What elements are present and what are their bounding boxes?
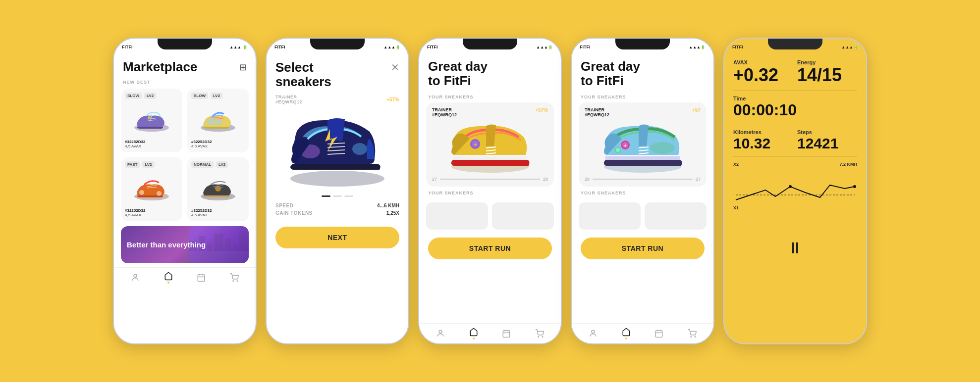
sneakers-grid: SLOW LV2	[114, 89, 256, 221]
featured-row-3: TRAINER #EQWRQ12 +57%	[432, 107, 548, 117]
svg-rect-24	[239, 231, 246, 251]
brand-1: FITFI	[122, 45, 133, 49]
phone-4-content: Great dayto FitFi YOUR SNEAKERS TRAINER …	[572, 52, 713, 343]
run-chart	[733, 168, 857, 207]
nav-home-1[interactable]	[164, 272, 173, 284]
svg-rect-47	[503, 331, 510, 337]
shoe-svg-2	[198, 107, 238, 134]
svg-text:★: ★	[474, 143, 477, 147]
nav-calendar-1[interactable]	[197, 273, 206, 282]
phone-3-content: Great dayto FitFi YOUR SNEAKERS TRAINER …	[419, 52, 561, 343]
svg-point-9	[139, 190, 144, 195]
sneaker-price-3: 4,5 AVAX	[125, 213, 141, 217]
featured-card-4[interactable]: TRAINER #EQWRQ12 +57	[579, 102, 707, 187]
big-shoe-svg	[283, 109, 392, 189]
svg-point-72	[853, 185, 856, 188]
sneaker-slot-4b[interactable]	[645, 202, 707, 230]
phone-1-content: Marketplace ⊞ NEW BEST SLOW LV2	[114, 52, 256, 343]
featured-boost-4: +57	[692, 107, 701, 113]
brand-4: FITFI	[580, 45, 591, 49]
trainer-id: #EQWRQ12	[275, 99, 302, 104]
svg-point-71	[789, 185, 792, 188]
nav-calendar-4[interactable]	[654, 329, 663, 338]
range-row-4: 28 27	[585, 177, 701, 182]
range-bar-3	[440, 179, 540, 180]
great-title-4: Great dayto FitFi	[581, 59, 705, 88]
svg-point-61	[616, 148, 620, 152]
sneaker-slot-3a[interactable]	[426, 202, 488, 230]
phone-notch-1	[158, 39, 212, 49]
avax-stat: AVAX +0.32	[733, 59, 793, 85]
steps-stat: Steps 12421	[797, 129, 857, 151]
stat-tokens-label: GAIN TOKENS	[275, 210, 313, 216]
svg-rect-23	[233, 245, 237, 251]
stat-speed-value: 4...6 KMH	[377, 203, 399, 208]
phone-2-content: Selectsneakers ✕ TRAINER #EQWRQ12 +57%	[267, 52, 408, 343]
sneaker-card-2[interactable]: SLOW LV2	[187, 89, 249, 152]
your-sneakers-label-4b: YOUR SNEAKERS	[572, 187, 713, 198]
range-max-4: 27	[696, 177, 701, 182]
nav-home-4[interactable]	[622, 328, 631, 339]
tag-slow: SLOW	[125, 93, 142, 99]
nav-cart-1[interactable]	[230, 273, 239, 282]
tag-lv2-3: LV2	[142, 161, 154, 168]
phone-5-content: AVAX +0.32 Energy 14/15 Time 00:00:10	[724, 52, 866, 343]
select-header: Selectsneakers ✕	[267, 54, 408, 93]
shoe-svg-4	[198, 176, 238, 203]
nav-home-3[interactable]	[469, 328, 478, 339]
nav-calendar-3[interactable]	[502, 329, 511, 338]
start-run-button-4[interactable]: START RUN	[581, 238, 705, 259]
phone-running: FITFI ▲▲▲🔋 AVAX +0.32 Energy 14/15	[723, 38, 867, 344]
close-button[interactable]: ✕	[391, 61, 399, 73]
sneaker-img-3	[125, 172, 178, 206]
nav-person-1[interactable]	[131, 273, 140, 282]
great-header-3: Great dayto FitFi	[419, 54, 561, 91]
pause-button[interactable]: ⏸	[783, 236, 808, 261]
steps-label: Steps	[797, 129, 857, 135]
sneaker-card-4[interactable]: NORMAL LV2 #32	[187, 157, 249, 221]
svg-point-32	[290, 171, 384, 187]
featured-img-3: ★	[432, 119, 548, 174]
tag-lv2-4: LV2	[216, 161, 228, 168]
featured-card-3[interactable]: TRAINER #EQWRQ12 +57%	[426, 102, 554, 187]
nav-cart-3[interactable]	[535, 329, 544, 338]
divider-1	[733, 90, 857, 91]
sneaker-price-1: 4,5 AVAX	[125, 144, 141, 148]
km-value: 10.32	[733, 135, 793, 151]
phones-container: FITFI ▲▲▲ 🔋 Marketplace ⊞ NEW BEST SLOW …	[113, 38, 867, 344]
range-max-3: 28	[543, 177, 548, 182]
nav-cart-4[interactable]	[688, 329, 697, 338]
energy-value: 14/15	[797, 65, 857, 85]
sneaker-tags-2: SLOW LV2	[191, 93, 222, 99]
your-sneakers-grid-4	[572, 198, 713, 234]
range-min-4: 28	[585, 177, 590, 182]
sneaker-slot-3b[interactable]	[492, 202, 554, 230]
featured-id-4: #EQWRQ12	[585, 112, 609, 117]
sneaker-img-4	[191, 172, 245, 206]
sneaker-slot-4a[interactable]	[579, 202, 641, 230]
divider-2	[733, 124, 857, 124]
filter-icon[interactable]: ⊞	[239, 62, 247, 73]
promo-banner[interactable]: Better than everything	[121, 226, 249, 263]
nav-person-4[interactable]	[589, 329, 598, 338]
pagination-dots	[267, 195, 408, 197]
svg-rect-21	[214, 234, 223, 251]
tag-lv2: LV2	[144, 93, 156, 99]
nav-person-3[interactable]	[436, 329, 445, 338]
svg-rect-17	[184, 251, 249, 263]
featured-row-4: TRAINER #EQWRQ12 +57	[585, 107, 701, 117]
sneaker-card-3[interactable]: FAST LV2	[121, 157, 182, 221]
svg-point-52	[542, 336, 543, 337]
svg-rect-64	[656, 331, 663, 337]
stat-speed: SPEED 4...6 KMH	[275, 203, 399, 208]
svg-point-31	[237, 281, 238, 282]
next-button[interactable]: NEXT	[275, 227, 399, 248]
pause-icon: ⏸	[787, 239, 803, 257]
start-run-button-3[interactable]: START RUN	[428, 238, 552, 259]
sneaker-price-4: 4,5 AVAX	[191, 213, 208, 217]
sneaker-tags-4: NORMAL LV2	[191, 161, 228, 168]
sneaker-img-2	[191, 103, 245, 138]
trainer-label: TRAINER	[275, 95, 302, 99]
sneaker-card-1[interactable]: SLOW LV2	[121, 89, 182, 152]
range-bar-4	[593, 179, 693, 180]
